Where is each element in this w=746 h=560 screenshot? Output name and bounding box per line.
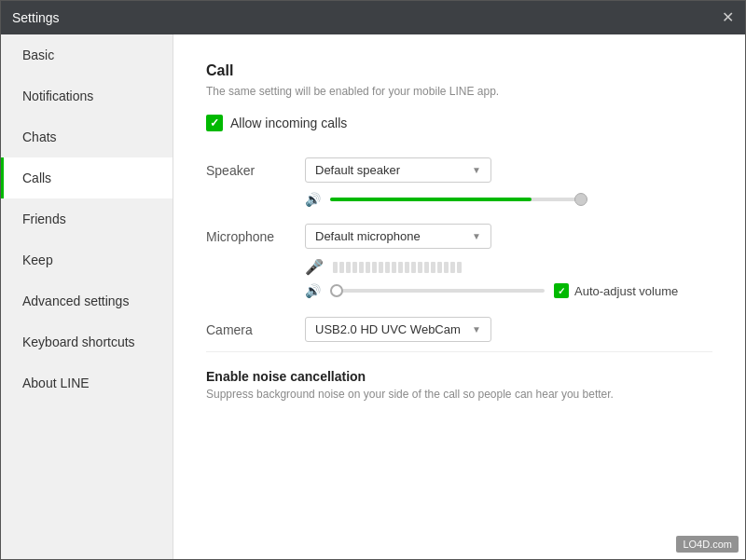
sidebar-item-basic[interactable]: Basic [1,34,173,75]
sidebar-item-keyboard[interactable]: Keyboard shortcuts [1,321,173,362]
volume-row: 🔊 Auto-adjust volume [305,283,712,298]
noise-cancellation-subtitle: Suppress background noise on your side o… [206,388,712,401]
mic-bar-15 [424,262,429,273]
mic-bar-5 [359,262,364,273]
auto-adjust-checkbox[interactable] [554,283,569,298]
mic-bar-19 [450,262,455,273]
mic-bar-6 [366,262,370,273]
speaker-slider-thumb[interactable] [574,193,587,206]
microphone-row: Microphone Default microphone ▼ [206,224,712,249]
camera-dropdown[interactable]: USB2.0 HD UVC WebCam ▼ [305,317,491,342]
microphone-dropdown[interactable]: Default microphone ▼ [305,224,491,249]
sidebar: Basic Notifications Chats Calls Friends … [1,34,173,559]
window-title: Settings [12,10,60,25]
speaker-value: Default speaker [315,163,400,177]
mic-bar-1 [333,262,338,273]
mic-level-row: 🎤 [305,258,712,276]
speaker-row: Speaker Default speaker ▼ [206,157,712,183]
speaker-slider-row: 🔊 [305,192,712,207]
camera-row: Camera USB2.0 HD UVC WebCam ▼ [206,317,712,342]
sidebar-item-friends[interactable]: Friends [1,198,173,239]
mic-bar-12 [405,262,409,273]
mic-level-bars [333,262,462,273]
mic-bar-17 [437,262,442,273]
mic-bar-18 [444,262,449,273]
allow-incoming-calls-row[interactable]: Allow incoming calls [206,115,712,131]
speaker-volume-icon: 🔊 [305,192,321,207]
volume-icon: 🔊 [305,283,321,298]
sidebar-item-calls[interactable]: Calls [1,157,173,198]
mic-bar-2 [339,262,344,273]
microphone-icon: 🎤 [305,258,324,276]
speaker-dropdown-arrow: ▼ [472,165,481,175]
sidebar-item-chats[interactable]: Chats [1,116,173,157]
camera-label: Camera [206,322,290,337]
content-area: Basic Notifications Chats Calls Friends … [1,34,745,559]
camera-dropdown-arrow: ▼ [472,324,481,335]
mic-bar-14 [418,262,422,273]
mic-bar-13 [411,262,416,273]
sidebar-item-advanced[interactable]: Advanced settings [1,280,173,321]
title-bar: Settings ✕ [1,1,745,34]
mic-bar-20 [457,262,462,273]
auto-adjust-label: Auto-adjust volume [574,284,678,298]
microphone-value: Default microphone [315,229,421,243]
allow-calls-label: Allow incoming calls [230,116,347,130]
main-content: Call The same setting will be enabled fo… [173,34,745,559]
mic-bar-7 [372,262,377,273]
mic-bar-3 [346,262,351,273]
section-title: Call [206,62,712,79]
mic-bar-11 [398,262,403,273]
microphone-label: Microphone [206,229,290,244]
noise-cancellation-title: Enable noise cancellation [206,369,712,384]
speaker-slider-track[interactable] [330,198,582,201]
close-button[interactable]: ✕ [722,10,734,25]
volume-slider-track[interactable] [330,289,545,293]
speaker-slider-fill [330,198,532,201]
speaker-dropdown[interactable]: Default speaker ▼ [305,157,491,183]
volume-slider-thumb[interactable] [330,284,343,297]
mic-bar-9 [385,262,390,273]
mic-bar-4 [352,262,357,273]
camera-value: USB2.0 HD UVC WebCam [315,322,461,336]
speaker-label: Speaker [206,163,290,178]
microphone-dropdown-arrow: ▼ [472,231,481,241]
mic-bar-16 [431,262,435,273]
mic-bar-10 [392,262,396,273]
sidebar-item-keep[interactable]: Keep [1,239,173,280]
auto-adjust-row: Auto-adjust volume [554,283,678,298]
sidebar-item-notifications[interactable]: Notifications [1,75,173,116]
allow-calls-checkbox[interactable] [206,115,223,131]
section-subtitle: The same setting will be enabled for you… [206,85,712,98]
sidebar-item-about[interactable]: About LINE [1,362,173,403]
divider [206,351,712,352]
mic-bar-8 [379,262,383,273]
